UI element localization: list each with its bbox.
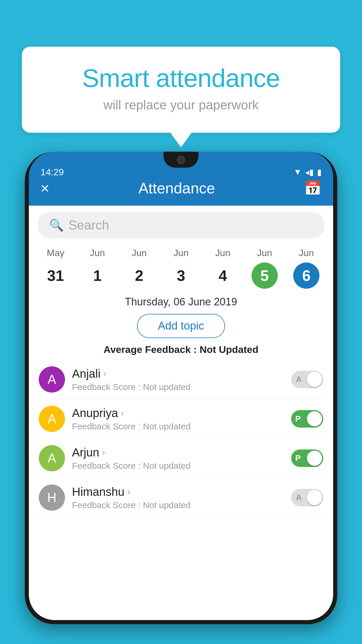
toggle-switch[interactable]: A — [291, 489, 323, 506]
cal-day-num[interactable]: 2 — [126, 262, 152, 289]
calendar-day[interactable]: May31 — [43, 248, 69, 289]
student-name: Arjun › — [72, 446, 284, 459]
cal-day-num[interactable]: 31 — [43, 262, 69, 289]
cal-day-num[interactable]: 4 — [210, 262, 236, 289]
cal-day-num[interactable]: 3 — [168, 262, 194, 289]
selected-date: Thursday, 06 June 2019 — [29, 296, 333, 308]
phone-notch — [164, 152, 198, 168]
avatar: A — [39, 445, 65, 471]
toggle-thumb — [307, 490, 322, 505]
avatar: A — [39, 406, 65, 432]
attendance-toggle[interactable]: P — [291, 449, 323, 467]
calendar-day[interactable]: Jun1 — [84, 248, 110, 289]
search-icon: 🔍 — [49, 218, 64, 232]
camera — [177, 156, 185, 164]
cal-day-num[interactable]: 1 — [84, 262, 110, 289]
speech-bubble: Smart attendance will replace your paper… — [22, 47, 340, 133]
phone-body: 14:29 ▼ ◂▮ ▮ × Attendance 📅 🔍 Search — [25, 152, 337, 624]
student-info: Arjun ›Feedback Score : Not updated — [72, 446, 284, 471]
search-bar[interactable]: 🔍 Search — [38, 212, 324, 238]
avg-feedback-value: Not Updated — [200, 344, 259, 355]
avg-feedback-label: Average Feedback : — [103, 344, 199, 355]
student-item[interactable]: HHimanshu ›Feedback Score : Not updatedA — [35, 478, 327, 517]
student-info: Anjali ›Feedback Score : Not updated — [72, 367, 284, 392]
cal-month-label: Jun — [173, 248, 189, 258]
cal-month-label: May — [47, 248, 64, 258]
header-title: Attendance — [138, 179, 215, 197]
cal-month-label: Jun — [132, 248, 147, 258]
chevron-icon: › — [121, 408, 124, 418]
student-info: Anupriya ›Feedback Score : Not updated — [72, 407, 284, 431]
chevron-icon: › — [102, 447, 105, 457]
student-item[interactable]: AAnupriya ›Feedback Score : Not updatedP — [35, 399, 327, 439]
search-input-label: Search — [68, 218, 109, 232]
calendar-icon[interactable]: 📅 — [304, 180, 321, 196]
toggle-thumb — [307, 372, 322, 387]
cal-month-label: Jun — [215, 248, 231, 258]
toggle-label: P — [295, 454, 301, 463]
status-time: 14:29 — [41, 167, 64, 178]
student-name: Himanshu › — [72, 485, 284, 498]
toggle-switch[interactable]: P — [291, 449, 323, 467]
attendance-toggle[interactable]: A — [291, 489, 323, 506]
calendar-day[interactable]: Jun2 — [126, 248, 152, 289]
cal-day-num[interactable]: 6 — [293, 262, 319, 289]
wifi-icon: ▼ — [294, 167, 302, 177]
toggle-switch[interactable]: A — [291, 371, 323, 388]
student-item[interactable]: AArjun ›Feedback Score : Not updatedP — [35, 439, 327, 478]
feedback-score: Feedback Score : Not updated — [72, 382, 284, 392]
student-name: Anupriya › — [72, 407, 284, 420]
phone-screen: 14:29 ▼ ◂▮ ▮ × Attendance 📅 🔍 Search — [29, 152, 333, 620]
average-feedback: Average Feedback : Not Updated — [29, 344, 333, 355]
calendar-day[interactable]: Jun4 — [210, 248, 236, 289]
calendar-day[interactable]: Jun5 — [252, 248, 278, 289]
student-name: Anjali › — [72, 367, 284, 380]
signal-icon: ◂▮ — [305, 167, 314, 177]
cal-month-label: Jun — [257, 248, 272, 258]
calendar-day[interactable]: Jun6 — [293, 248, 319, 289]
attendance-toggle[interactable]: A — [291, 371, 323, 388]
student-info: Himanshu ›Feedback Score : Not updated — [72, 485, 284, 510]
toggle-thumb — [307, 411, 322, 426]
bubble-subtitle: will replace your paperwork — [45, 98, 317, 112]
toggle-thumb — [307, 451, 322, 466]
student-list: AAnjali ›Feedback Score : Not updatedAAA… — [29, 360, 333, 517]
add-topic-button[interactable]: Add topic — [137, 314, 225, 338]
feedback-score: Feedback Score : Not updated — [72, 461, 284, 471]
chevron-icon: › — [103, 369, 106, 379]
attendance-toggle[interactable]: P — [291, 410, 323, 428]
speech-bubble-container: Smart attendance will replace your paper… — [22, 47, 340, 133]
status-icons: ▼ ◂▮ ▮ — [294, 167, 321, 177]
calendar-strip: May31Jun1Jun2Jun3Jun4Jun5Jun6 — [29, 245, 333, 289]
toggle-label: A — [296, 493, 302, 502]
calendar-day[interactable]: Jun3 — [168, 248, 194, 289]
cal-month-label: Jun — [299, 248, 314, 258]
avatar: A — [39, 366, 65, 393]
chevron-icon: › — [127, 487, 130, 497]
phone: 14:29 ▼ ◂▮ ▮ × Attendance 📅 🔍 Search — [25, 152, 337, 644]
cal-month-label: Jun — [90, 248, 105, 258]
battery-icon: ▮ — [317, 167, 321, 177]
toggle-label: A — [296, 375, 302, 384]
toggle-switch[interactable]: P — [291, 410, 323, 428]
feedback-score: Feedback Score : Not updated — [72, 500, 284, 510]
cal-day-num[interactable]: 5 — [252, 262, 278, 289]
feedback-score: Feedback Score : Not updated — [72, 421, 284, 431]
avatar: H — [39, 484, 65, 511]
toggle-label: P — [295, 414, 301, 424]
bubble-title: Smart attendance — [45, 64, 317, 92]
close-button[interactable]: × — [41, 181, 49, 196]
header-nav: × Attendance 📅 — [41, 179, 321, 203]
student-item[interactable]: AAnjali ›Feedback Score : Not updatedA — [35, 360, 327, 399]
